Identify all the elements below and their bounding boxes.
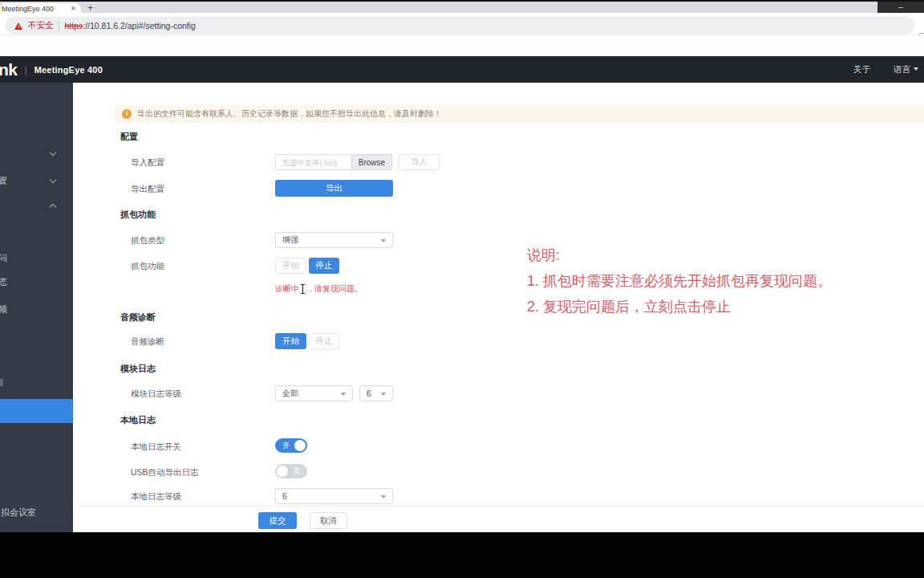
annotation-title: 说明: [527, 242, 832, 268]
audio-diag-label: 音频诊断 [131, 336, 164, 348]
chevron-down-icon[interactable] [50, 177, 56, 183]
chevron-down-icon[interactable] [50, 149, 56, 156]
sidebar-item-virtual-meeting-room[interactable]: 拟会议室 [1, 507, 36, 519]
local-log-level-select[interactable]: 6 [275, 488, 393, 504]
audio-stop-button[interactable]: 停止 [309, 333, 339, 349]
annotation-line-1: 1. 抓包时需要注意必须先开始抓包再复现问题。 [527, 268, 832, 294]
annotation-line-2: 2. 复现完问题后，立刻点击停止 [527, 294, 832, 320]
module-log-level-select[interactable]: 全部 [275, 385, 353, 401]
section-title-local-log: 本地日志 [120, 414, 156, 426]
cancel-button[interactable]: 取消 [310, 512, 347, 529]
app-header: nk | MeetingEye 400 关于 语言 [0, 56, 924, 83]
section-title-module-log: 模块日志 [120, 363, 156, 375]
security-warning-icon[interactable]: ! [14, 22, 23, 30]
address-bar[interactable]: ! 不安全 https ://10.81.6.2/api#/setting-co… [6, 17, 914, 34]
import-file-input[interactable] [275, 154, 351, 170]
new-tab-icon[interactable]: + [87, 2, 93, 14]
select-caret-icon [381, 495, 386, 499]
import-config-label: 导入配置 [131, 157, 164, 169]
toggle-on-label: 开 [282, 442, 290, 450]
warning-exclamation: ! [18, 24, 19, 29]
language-link[interactable]: 语言 [894, 64, 910, 75]
annotation-note: 说明: 1. 抓包时需要注意必须先开始抓包再复现问题。 2. 复现完问题后，立刻… [527, 242, 832, 320]
toggle-knob [277, 466, 288, 477]
minimize-icon[interactable]: − [898, 3, 903, 11]
section-title-audio: 音频诊断 [120, 311, 156, 324]
toggle-off-label: 关 [293, 467, 300, 475]
usb-export-label: USB自动导出日志 [131, 467, 199, 478]
module-log-number-select[interactable]: 6 [359, 385, 393, 401]
main-content: ! 导出的文件可能含有联系人、历史记录等数据，如果您不想导出此信息，请及时删除！… [73, 83, 924, 532]
usb-export-toggle[interactable]: 关 [275, 464, 307, 478]
warning-banner-text: 导出的文件可能含有联系人、历史记录等数据，如果您不想导出此信息，请及时删除！ [137, 108, 442, 120]
bookmarks-band [0, 35, 924, 56]
letterbox-bar [0, 532, 924, 578]
sidebar-item-status[interactable]: 态 [0, 276, 7, 288]
select-caret-icon [381, 239, 386, 242]
local-log-switch-label: 本地日志开关 [131, 442, 181, 453]
audio-start-button[interactable]: 开始 [275, 333, 306, 349]
toggle-knob [294, 440, 306, 451]
section-title-capture: 抓包功能 [120, 209, 156, 221]
browse-button[interactable]: Browse [351, 154, 392, 170]
capture-stop-button[interactable]: 停止 [309, 258, 339, 274]
browser-toolbar: ! 不安全 https ://10.81.6.2/api#/setting-co… [0, 13, 924, 35]
export-config-label: 导出配置 [131, 184, 164, 195]
capture-type-select[interactable]: 增强 [275, 232, 393, 248]
local-log-toggle[interactable]: 开 [275, 438, 307, 453]
logo-divider: | [25, 64, 27, 75]
url-scheme: https [65, 21, 83, 31]
section-title-config: 配置 [120, 131, 138, 143]
language-caret-icon [914, 67, 918, 71]
form-footer: 提交 取消 [73, 506, 924, 532]
export-button[interactable]: 导出 [275, 180, 393, 197]
submit-button[interactable]: 提交 [258, 512, 297, 529]
tab-title: MeetingEye 400 [2, 5, 54, 13]
yealink-logo: nk [0, 60, 18, 79]
select-caret-icon [381, 393, 386, 396]
url-text: ://10.81.6.2/api#/setting-config [83, 21, 196, 31]
chevron-up-icon[interactable] [50, 204, 56, 210]
sidebar-item-audio-video[interactable]: 频 [0, 303, 7, 315]
select-caret-icon [341, 393, 346, 396]
module-log-number-value: 6 [367, 389, 371, 398]
capture-func-label: 抓包功能 [131, 261, 164, 272]
sidebar-item-settings[interactable]: 置 [0, 175, 7, 187]
module-log-level-label: 模块日志等级 [131, 389, 181, 400]
capture-start-button[interactable]: 开始 [275, 258, 306, 274]
local-log-level-label: 本地日志等级 [131, 491, 181, 503]
module-log-level-value: 全部 [282, 388, 298, 399]
sidebar-item-partial[interactable] [0, 379, 3, 386]
sidebar-nav: 置 问 态 频 拟会议室 [0, 83, 73, 532]
screen: MeetingEye 400 × + − ! 不安全 https ://10.8… [0, 0, 924, 578]
text-cursor [300, 284, 306, 294]
warning-circle-icon: ! [122, 109, 132, 119]
import-button[interactable]: 导入 [399, 154, 440, 170]
local-log-level-value: 6 [282, 492, 287, 501]
warning-banner: ! 导出的文件可能含有联系人、历史记录等数据，如果您不想导出此信息，请及时删除！ [115, 105, 924, 123]
not-secure-label: 不安全 [28, 20, 54, 31]
capture-type-label: 抓包类型 [131, 235, 164, 246]
capture-status-text: 诊断中，请复现问题。 [275, 283, 363, 295]
about-link[interactable]: 关于 [853, 64, 870, 75]
sidebar-item-access[interactable]: 问 [0, 252, 7, 264]
capture-type-value: 增强 [282, 234, 298, 246]
product-name: MeetingEye 400 [34, 65, 103, 75]
tab-strip: MeetingEye 400 × + − [0, 0, 924, 13]
sidebar-item-selected[interactable] [0, 399, 73, 423]
omnibox-divider [59, 21, 59, 31]
